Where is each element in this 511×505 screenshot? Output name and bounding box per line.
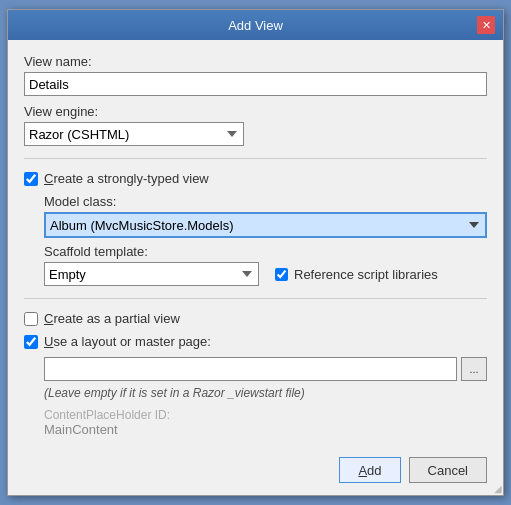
content-placeholder-value: MainContent bbox=[44, 422, 487, 437]
reference-scripts-row: Reference script libraries bbox=[275, 267, 438, 282]
view-engine-label: View engine: bbox=[24, 104, 487, 119]
view-engine-group: View engine: Razor (CSHTML) ASPX bbox=[24, 104, 487, 146]
button-bar: Add Cancel bbox=[8, 449, 503, 495]
content-placeholder-label: ContentPlaceHolder ID: bbox=[44, 408, 487, 422]
layout-hint-text: (Leave empty if it is set in a Razor _vi… bbox=[44, 386, 305, 400]
model-class-container: Album (MvcMusicStore.Models) bbox=[44, 212, 487, 238]
layout-path-input[interactable] bbox=[44, 357, 457, 381]
use-layout-checkbox[interactable] bbox=[24, 335, 38, 349]
scaffold-template-select[interactable]: Empty Create Delete Details Edit List bbox=[44, 262, 259, 286]
cancel-button[interactable]: Cancel bbox=[409, 457, 487, 483]
add-button[interactable]: Add bbox=[339, 457, 400, 483]
view-name-input[interactable] bbox=[24, 72, 487, 96]
model-class-select[interactable]: Album (MvcMusicStore.Models) bbox=[44, 212, 487, 238]
view-name-label: View name: bbox=[24, 54, 487, 69]
dialog-body: View name: View engine: Razor (CSHTML) A… bbox=[8, 40, 503, 449]
model-class-label: Model class: bbox=[44, 194, 487, 209]
scaffold-template-label: Scaffold template: bbox=[44, 244, 487, 259]
view-name-group: View name: bbox=[24, 54, 487, 96]
reference-scripts-checkbox[interactable] bbox=[275, 268, 288, 281]
divider-1 bbox=[24, 158, 487, 159]
resize-handle[interactable]: ◢ bbox=[494, 483, 502, 494]
use-layout-row: Use a layout or master page: bbox=[24, 334, 487, 349]
layout-input-row: ... bbox=[44, 357, 487, 381]
scaffold-template-group: Scaffold template: Empty Create Delete D… bbox=[44, 244, 487, 286]
reference-scripts-label[interactable]: Reference script libraries bbox=[294, 267, 438, 282]
close-button[interactable]: ✕ bbox=[477, 16, 495, 34]
dialog-window: Add View ✕ View name: View engine: Razor… bbox=[7, 9, 504, 496]
partial-view-row: Create as a partial view bbox=[24, 311, 487, 326]
strongly-typed-checkbox[interactable] bbox=[24, 172, 38, 186]
view-engine-select[interactable]: Razor (CSHTML) ASPX bbox=[24, 122, 244, 146]
strongly-typed-row: Create a strongly-typed view bbox=[24, 171, 487, 186]
strongly-typed-section: Model class: Album (MvcMusicStore.Models… bbox=[24, 194, 487, 286]
divider-2 bbox=[24, 298, 487, 299]
dialog-title: Add View bbox=[34, 18, 477, 33]
use-layout-label[interactable]: Use a layout or master page: bbox=[44, 334, 211, 349]
title-bar: Add View ✕ bbox=[8, 10, 503, 40]
model-class-group: Model class: Album (MvcMusicStore.Models… bbox=[44, 194, 487, 238]
layout-section: ... (Leave empty if it is set in a Razor… bbox=[24, 357, 487, 437]
scaffold-row: Empty Create Delete Details Edit List Re… bbox=[44, 262, 487, 286]
strongly-typed-label[interactable]: Create a strongly-typed view bbox=[44, 171, 209, 186]
add-view-dialog: Add View ✕ View name: View engine: Razor… bbox=[7, 9, 504, 496]
partial-view-label[interactable]: Create as a partial view bbox=[44, 311, 180, 326]
partial-view-checkbox[interactable] bbox=[24, 312, 38, 326]
browse-button[interactable]: ... bbox=[461, 357, 487, 381]
